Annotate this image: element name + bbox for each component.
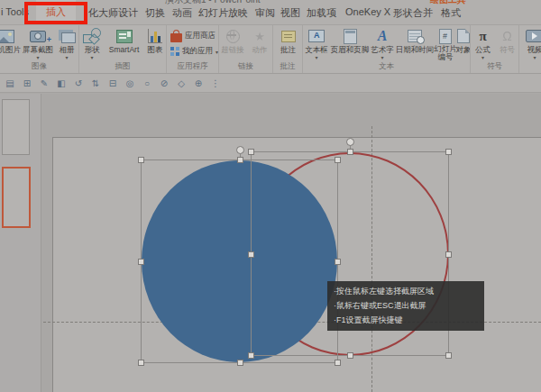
selection-handle[interactable] — [138, 259, 144, 265]
symbol-button[interactable]: Ω 符号 — [495, 25, 519, 63]
selection-handle[interactable] — [347, 149, 353, 155]
quick-toolbar: ▤ ⊞ ✎ ◧ ↺ ⇅ ⊟ ◎ ○ ⊘ ◇ ⊕ ⋮ — [0, 74, 541, 93]
rotation-handle[interactable] — [236, 146, 244, 154]
slide-number-icon — [439, 29, 452, 44]
selection-handle[interactable] — [138, 360, 144, 366]
action-button[interactable]: ★ 动作 — [246, 25, 273, 63]
selection-handle[interactable] — [237, 157, 243, 163]
qat-icon-1[interactable]: ▤ — [5, 78, 15, 88]
selection-handle[interactable] — [347, 352, 353, 359]
selection-handle[interactable] — [237, 360, 243, 366]
slide-thumbnail-1[interactable] — [2, 99, 30, 155]
main-area: ·按住鼠标左键选择截屏区域 ·鼠标右键或ESC退出截屏 ·F1设置截屏快捷键 — [0, 94, 541, 392]
screenshot-tool-tooltip: ·按住鼠标左键选择截屏区域 ·鼠标右键或ESC退出截屏 ·F1设置截屏快捷键 — [327, 281, 484, 331]
qat-icon-9[interactable]: ○ — [142, 78, 152, 88]
shapes-button[interactable]: 形状 — [79, 25, 105, 63]
header-footer-button[interactable]: 页眉和页脚 — [330, 25, 370, 63]
object-button[interactable]: 对象 — [456, 25, 471, 63]
selection-handle[interactable] — [335, 360, 341, 366]
qat-icon-11[interactable]: ◇ — [176, 78, 187, 88]
group-label-illustrations: 插图 — [79, 61, 166, 72]
date-time-button[interactable]: 日期和时间 — [395, 25, 435, 63]
tab-view[interactable]: 视图 — [280, 6, 300, 20]
selection-handle[interactable] — [445, 251, 452, 258]
comment-button[interactable]: 批注 — [273, 25, 303, 63]
qat-icon-7[interactable]: ⊟ — [107, 78, 118, 88]
selection-handle[interactable] — [445, 149, 452, 155]
pi-icon: π — [479, 29, 486, 44]
tab-onekey[interactable]: OneKey X — [345, 6, 390, 17]
ribbon-group-media: 视频 — [519, 25, 541, 73]
tab-transitions[interactable]: 切换 — [145, 6, 165, 20]
selection-handle[interactable] — [445, 352, 452, 359]
tab-slideshow[interactable]: 幻灯片放映 — [198, 6, 248, 20]
photo-album-button[interactable]: 相册 — [54, 25, 79, 63]
selection-handle[interactable] — [248, 149, 254, 155]
bar-chart-icon — [148, 29, 162, 43]
window-title: 演示文稿1 - PowerPoint — [165, 0, 261, 6]
my-apps-button[interactable]: 我的应用 ▾ — [170, 46, 218, 57]
tab-review[interactable]: 审阅 — [255, 6, 275, 20]
text-box-button[interactable]: 文本框 — [303, 25, 330, 63]
tab-shape-merge[interactable]: 形状合并 — [393, 6, 433, 20]
selection-handle[interactable] — [248, 352, 254, 359]
tab-animations[interactable]: 动画 — [172, 6, 192, 20]
slide-thumbnail-2-selected[interactable] — [2, 167, 31, 228]
tab-addins[interactable]: 加载项 — [307, 6, 336, 20]
qat-icon-4[interactable]: ◧ — [56, 78, 67, 88]
selection-handle[interactable] — [138, 157, 144, 163]
group-label-links: 链接 — [219, 61, 272, 72]
hyperlink-globe-icon — [226, 30, 240, 43]
qat-icon-2[interactable]: ⊞ — [22, 78, 32, 88]
smartart-button[interactable]: SmartArt — [105, 25, 143, 63]
qat-icon-10[interactable]: ⊘ — [159, 78, 170, 88]
group-label-comments: 批注 — [273, 61, 302, 72]
tab-design[interactable]: 设计 — [118, 6, 138, 20]
object-icon — [457, 29, 470, 43]
calendar-clock-icon — [408, 30, 422, 42]
app-store-button[interactable]: 应用商店 — [170, 31, 218, 41]
rotation-handle[interactable] — [346, 138, 354, 146]
chevron-down-icon: ▾ — [215, 49, 218, 55]
smartart-icon — [116, 30, 133, 43]
qat-icon-13[interactable]: ⋮ — [210, 78, 221, 88]
chart-button[interactable]: 图表 — [143, 25, 167, 63]
video-icon — [526, 30, 541, 42]
slide-editor-canvas: ·按住鼠标左键选择截屏区域 ·鼠标右键或ESC退出截屏 ·F1设置截屏快捷键 — [41, 94, 541, 392]
ribbon-group-links: 超链接 ★ 动作 链接 — [219, 25, 273, 73]
hyperlink-button[interactable]: 超链接 — [219, 25, 246, 63]
qat-icon-6[interactable]: ⇅ — [90, 78, 101, 88]
group-label-apps: 应用程序 — [167, 61, 218, 72]
tab-format[interactable]: 格式 — [441, 6, 461, 20]
camera-icon — [30, 31, 46, 42]
omega-icon: Ω — [502, 29, 511, 43]
app-store-icon — [170, 33, 182, 42]
contextual-tab-group-label: 绘图工具 — [430, 0, 466, 6]
ribbon-group-text: 文本框 页眉和页脚 A 艺术字 日期和时间 幻灯片编号 对象 — [303, 25, 471, 73]
selection-handle[interactable] — [248, 251, 254, 258]
ribbon: 联机图片 屏幕截图 相册 图像 形状 SmartArt — [0, 25, 541, 74]
wordart-button[interactable]: A 艺术字 — [370, 25, 395, 63]
qat-icon-5[interactable]: ↺ — [73, 78, 84, 88]
qat-icon-3[interactable]: ✎ — [39, 78, 50, 88]
qat-icon-12[interactable]: ⊕ — [193, 78, 204, 88]
ribbon-group-symbols: π 公式 Ω 符号 符号 — [471, 25, 519, 73]
tooltip-line: ·F1设置截屏快捷键 — [334, 313, 478, 327]
qat-icon-8[interactable]: ◎ — [124, 78, 135, 88]
tab-meihua-dashi[interactable]: 美化大师 — [88, 6, 120, 20]
slide-number-button[interactable]: 幻灯片编号 — [435, 25, 456, 63]
header-footer-icon — [344, 29, 357, 44]
shapes-icon — [83, 28, 101, 44]
online-pictures-icon — [0, 30, 14, 43]
group-label-images: 图像 — [0, 61, 78, 72]
online-pictures-button[interactable]: 联机图片 — [0, 25, 22, 63]
screenshot-button[interactable]: 屏幕截图 — [22, 25, 54, 63]
wordart-icon: A — [378, 28, 388, 44]
group-label-text: 文本 — [303, 61, 470, 72]
video-button[interactable]: 视频 — [521, 25, 541, 63]
annotation-highlight-box — [24, 2, 87, 24]
photo-album-icon — [61, 32, 76, 43]
equation-button[interactable]: π 公式 — [471, 25, 495, 63]
my-apps-icon — [170, 47, 179, 57]
text-box-icon — [308, 30, 325, 42]
